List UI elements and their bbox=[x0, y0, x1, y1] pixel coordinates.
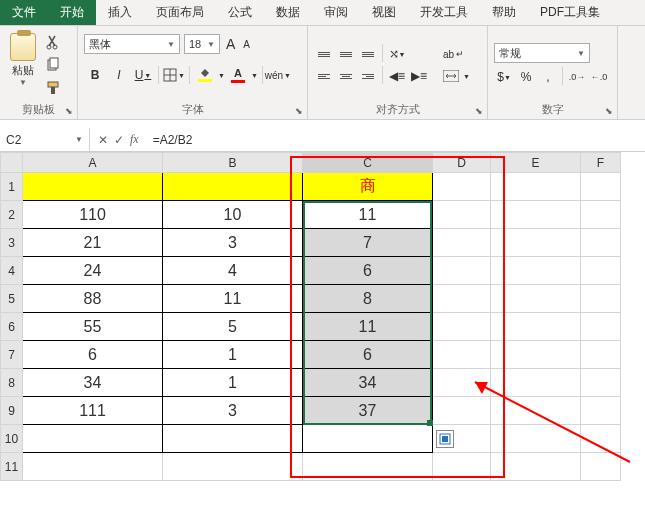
cell[interactable]: 111 bbox=[23, 397, 163, 425]
underline-button[interactable]: U▼ bbox=[132, 64, 154, 86]
wrap-text-button[interactable]: ab↵ bbox=[439, 44, 474, 64]
col-header-d[interactable]: D bbox=[433, 153, 491, 173]
align-top-button[interactable] bbox=[314, 44, 334, 64]
bold-button[interactable]: B bbox=[84, 64, 106, 86]
cell[interactable]: 34 bbox=[303, 369, 433, 397]
cell[interactable]: 88 bbox=[23, 285, 163, 313]
row-header[interactable]: 1 bbox=[1, 173, 23, 201]
cell[interactable]: 3 bbox=[163, 397, 303, 425]
row-header[interactable]: 3 bbox=[1, 229, 23, 257]
cell[interactable] bbox=[491, 397, 581, 425]
tab-data[interactable]: 数据 bbox=[264, 0, 312, 25]
formula-input[interactable]: =A2/B2 bbox=[147, 133, 645, 147]
accounting-format-button[interactable]: $▼ bbox=[494, 67, 514, 87]
tab-home[interactable]: 开始 bbox=[48, 0, 96, 25]
col-header-e[interactable]: E bbox=[491, 153, 581, 173]
tab-view[interactable]: 视图 bbox=[360, 0, 408, 25]
cell[interactable] bbox=[163, 173, 303, 201]
increase-font-button[interactable]: A bbox=[224, 36, 237, 52]
fill-color-button[interactable] bbox=[194, 64, 216, 86]
increase-indent-button[interactable]: ▶≡ bbox=[409, 66, 429, 86]
tab-help[interactable]: 帮助 bbox=[480, 0, 528, 25]
cell[interactable]: 10 bbox=[163, 201, 303, 229]
enter-formula-button[interactable]: ✓ bbox=[114, 133, 124, 147]
grid-table[interactable]: A B C D E F 1 商 2 110 10 11 3 21 3 7 bbox=[0, 152, 621, 481]
row-header[interactable]: 5 bbox=[1, 285, 23, 313]
borders-button[interactable]: ▼ bbox=[163, 64, 185, 86]
cell[interactable]: 110 bbox=[23, 201, 163, 229]
cell[interactable] bbox=[491, 369, 581, 397]
cell[interactable] bbox=[433, 201, 491, 229]
cell[interactable] bbox=[491, 341, 581, 369]
col-header-a[interactable]: A bbox=[23, 153, 163, 173]
name-box[interactable]: C2▼ bbox=[0, 128, 90, 151]
align-bottom-button[interactable] bbox=[358, 44, 378, 64]
cell[interactable]: 6 bbox=[303, 341, 433, 369]
row-header[interactable]: 7 bbox=[1, 341, 23, 369]
cell[interactable] bbox=[23, 173, 163, 201]
decrease-font-button[interactable]: A bbox=[241, 39, 252, 50]
cell[interactable] bbox=[23, 425, 163, 453]
cell[interactable] bbox=[163, 425, 303, 453]
italic-button[interactable]: I bbox=[108, 64, 130, 86]
row-header[interactable]: 8 bbox=[1, 369, 23, 397]
cell[interactable] bbox=[433, 257, 491, 285]
cell[interactable] bbox=[433, 397, 491, 425]
alignment-launcher[interactable]: ⬊ bbox=[473, 105, 485, 117]
merge-center-button[interactable]: ▼ bbox=[439, 66, 474, 86]
cell[interactable] bbox=[581, 341, 621, 369]
cell[interactable]: 11 bbox=[163, 285, 303, 313]
increase-decimal-button[interactable]: .0→ bbox=[567, 67, 587, 87]
row-header[interactable]: 11 bbox=[1, 453, 23, 481]
col-header-c[interactable]: C bbox=[303, 153, 433, 173]
cell[interactable] bbox=[303, 453, 433, 481]
cell[interactable] bbox=[491, 257, 581, 285]
cell[interactable] bbox=[433, 173, 491, 201]
cell[interactable] bbox=[433, 453, 491, 481]
cell[interactable] bbox=[581, 201, 621, 229]
tab-formulas[interactable]: 公式 bbox=[216, 0, 264, 25]
cell[interactable] bbox=[581, 257, 621, 285]
cell[interactable]: 6 bbox=[23, 341, 163, 369]
fx-button[interactable]: fx bbox=[130, 132, 139, 147]
font-color-button[interactable]: A bbox=[227, 64, 249, 86]
cell[interactable] bbox=[163, 453, 303, 481]
cell[interactable] bbox=[581, 229, 621, 257]
cell[interactable] bbox=[491, 425, 581, 453]
font-color-dropdown[interactable]: ▼ bbox=[251, 72, 258, 79]
cell[interactable] bbox=[433, 285, 491, 313]
cell[interactable]: 7 bbox=[303, 229, 433, 257]
orientation-button[interactable]: ⤭▼ bbox=[387, 44, 407, 64]
cell[interactable]: 8 bbox=[303, 285, 433, 313]
fill-color-dropdown[interactable]: ▼ bbox=[218, 72, 225, 79]
tab-review[interactable]: 审阅 bbox=[312, 0, 360, 25]
cell[interactable] bbox=[491, 313, 581, 341]
font-size-combo[interactable]: 18▼ bbox=[184, 34, 220, 54]
cell[interactable]: 商 bbox=[303, 173, 433, 201]
cell[interactable]: 24 bbox=[23, 257, 163, 285]
decrease-indent-button[interactable]: ◀≡ bbox=[387, 66, 407, 86]
cell[interactable]: 21 bbox=[23, 229, 163, 257]
cancel-formula-button[interactable]: ✕ bbox=[98, 133, 108, 147]
cell[interactable] bbox=[491, 229, 581, 257]
phonetic-button[interactable]: wén▼ bbox=[267, 64, 289, 86]
clipboard-launcher[interactable]: ⬊ bbox=[63, 105, 75, 117]
row-header[interactable]: 10 bbox=[1, 425, 23, 453]
tab-insert[interactable]: 插入 bbox=[96, 0, 144, 25]
row-header[interactable]: 2 bbox=[1, 201, 23, 229]
cell[interactable]: 37 bbox=[303, 397, 433, 425]
cell[interactable] bbox=[581, 453, 621, 481]
cell[interactable]: 3 bbox=[163, 229, 303, 257]
cell[interactable]: 34 bbox=[23, 369, 163, 397]
cell[interactable]: 4 bbox=[163, 257, 303, 285]
decrease-decimal-button[interactable]: ←.0 bbox=[589, 67, 609, 87]
cell[interactable] bbox=[303, 425, 433, 453]
cell[interactable] bbox=[433, 369, 491, 397]
format-painter-button[interactable] bbox=[44, 79, 62, 100]
cut-button[interactable] bbox=[44, 33, 62, 54]
comma-format-button[interactable]: , bbox=[538, 67, 558, 87]
select-all-corner[interactable] bbox=[1, 153, 23, 173]
cell[interactable]: 11 bbox=[303, 201, 433, 229]
cell[interactable] bbox=[491, 173, 581, 201]
cell[interactable] bbox=[23, 453, 163, 481]
